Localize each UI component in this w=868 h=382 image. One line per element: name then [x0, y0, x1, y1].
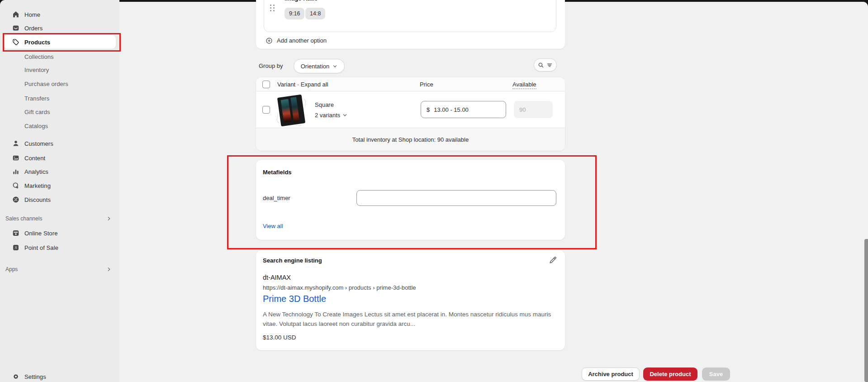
seo-card: Search engine listing dt-AIMAX https://d… [256, 250, 565, 350]
content-icon [11, 153, 20, 162]
metafield-label: deal_timer [263, 195, 290, 201]
seo-page-title-link[interactable]: Prime 3D Bottle [263, 294, 326, 304]
marketing-icon [11, 181, 20, 190]
point-of-sale-icon: S [11, 243, 20, 252]
sidebar-item-point-of-sale[interactable]: S Point of Sale [4, 241, 116, 254]
available-input[interactable]: 90 [514, 101, 553, 118]
total-inventory-bar: Total inventory at Shop location: 90 ava… [256, 128, 565, 151]
sidebar: Home Orders Products Collections Invento… [0, 0, 119, 382]
chevron-down-icon [342, 113, 347, 118]
option-title: Image Ratio [285, 0, 318, 2]
filter-icon [546, 62, 553, 68]
gear-icon [11, 372, 20, 381]
discounts-icon [11, 195, 20, 204]
sidebar-item-label: Home [24, 11, 40, 18]
variants-table-header: Variant · Expand all Price Available [256, 77, 565, 91]
seo-description: A New Technology To Create Images Lectus… [263, 310, 558, 329]
sidebar-item-transfers[interactable]: Transfers [4, 91, 116, 105]
sidebar-item-label: Orders [24, 25, 43, 32]
select-all-checkbox[interactable] [262, 81, 270, 88]
price-input[interactable]: $ 13.00 - 15.00 [421, 101, 506, 118]
sidebar-item-gift-cards[interactable]: Gift cards [4, 105, 116, 119]
sidebar-item-customers[interactable]: Customers [4, 137, 116, 150]
app-canvas: Home Orders Products Collections Invento… [0, 0, 868, 382]
sidebar-item-label: Products [24, 39, 50, 46]
sidebar-item-inventory[interactable]: Inventory [4, 63, 116, 76]
apps-header: Apps [5, 266, 18, 272]
chevron-right-icon[interactable] [106, 216, 112, 221]
products-icon [11, 38, 20, 47]
edit-pencil-icon[interactable] [549, 256, 557, 264]
search-icon [538, 62, 544, 68]
sidebar-item-collections[interactable]: Collections [4, 50, 116, 63]
plus-circle-icon [266, 37, 273, 44]
seo-site-name: dt-AIMAX [263, 274, 291, 281]
variant-name: Square [315, 101, 334, 108]
variant-thumbnail[interactable] [275, 95, 307, 127]
sidebar-item-marketing[interactable]: Marketing [4, 179, 116, 192]
home-icon [11, 10, 20, 19]
sidebar-item-discounts[interactable]: Discounts [4, 193, 116, 206]
group-by-label: Group by [259, 62, 283, 69]
group-by-dropdown[interactable]: Orientation [294, 59, 345, 73]
seo-price: $13.00 USD [263, 334, 296, 341]
archive-product-button[interactable]: Archive product [582, 368, 640, 381]
analytics-icon [11, 167, 20, 176]
add-another-option-button[interactable]: Add another option [256, 32, 565, 49]
price-column-header: Price [420, 81, 433, 88]
chevron-right-icon[interactable] [106, 267, 112, 272]
sidebar-item-home[interactable]: Home [4, 8, 116, 21]
add-another-option-label: Add another option [277, 37, 327, 44]
online-store-icon [11, 229, 20, 238]
variants-table-card: Variant · Expand all Price Available Squ… [256, 77, 565, 151]
delete-product-button[interactable]: Delete product [643, 368, 697, 381]
sidebar-item-catalogs[interactable]: Catalogs [4, 119, 116, 133]
sales-channels-header: Sales channels [5, 215, 42, 222]
sidebar-item-settings[interactable]: Settings [4, 370, 116, 382]
group-by-value: Orientation [301, 63, 330, 70]
variant-row: Square 2 variants $ 13.00 - 15.00 90 [256, 91, 565, 128]
variant-row-checkbox[interactable] [262, 106, 270, 114]
orders-icon [11, 24, 20, 33]
sidebar-item-purchase-orders[interactable]: Purchase orders [4, 77, 116, 91]
option-value-chip[interactable]: 9:16 [285, 8, 304, 19]
customers-icon [11, 139, 20, 148]
variant-expand-toggle[interactable]: 2 variants [315, 112, 347, 119]
drag-handle-icon[interactable] [270, 5, 275, 11]
chevron-down-icon [332, 64, 337, 69]
svg-text:S: S [15, 245, 17, 250]
sidebar-item-products[interactable]: Products [4, 35, 116, 49]
sidebar-item-content[interactable]: Content [4, 151, 116, 165]
metafield-deal-timer-input[interactable] [356, 190, 556, 206]
save-button[interactable]: Save [702, 368, 730, 381]
scrollbar[interactable] [864, 239, 868, 382]
sidebar-item-online-store[interactable]: Online Store [4, 226, 116, 240]
seo-url-breadcrumb: https://dt-aimax.myshopify.com › product… [263, 284, 416, 291]
variant-column-header[interactable]: Variant · Expand all [277, 81, 328, 88]
variant-options-card: Image Ratio 9:16 14:8 Add another option [256, 0, 565, 49]
option-edit-panel: Image Ratio 9:16 14:8 [264, 0, 556, 32]
option-value-chip[interactable]: 14:8 [305, 8, 325, 19]
sidebar-item-orders[interactable]: Orders [4, 21, 116, 35]
metafields-title: Metafields [263, 169, 292, 176]
metafields-card: Metafields deal_timer View all [256, 160, 565, 240]
available-column-header: Available [512, 81, 536, 89]
seo-title: Search engine listing [263, 257, 322, 264]
search-filter-button[interactable] [534, 58, 557, 72]
view-all-link[interactable]: View all [263, 223, 283, 229]
sidebar-item-analytics[interactable]: Analytics [4, 165, 116, 178]
